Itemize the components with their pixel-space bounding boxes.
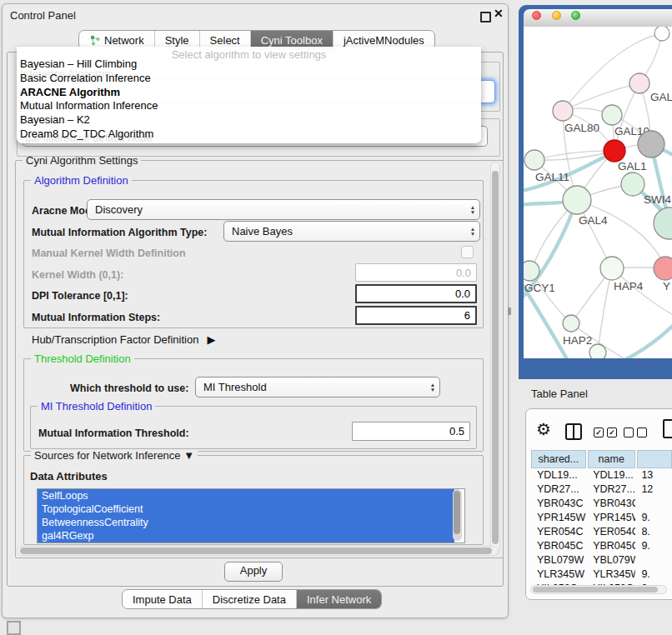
table-cell: 13 bbox=[635, 468, 672, 482]
data-attributes-list[interactable]: SelfLoopsTopologicalCoefficientBetweenne… bbox=[37, 488, 465, 543]
node-label: GAL11 bbox=[535, 171, 569, 183]
close-traffic-light-icon[interactable] bbox=[532, 11, 541, 20]
mi-steps-label: Mutual Information Steps: bbox=[32, 312, 160, 323]
node-label: GAL4 bbox=[579, 214, 608, 227]
hub-definition-toggle[interactable]: Hub/Transcription Factor Definition▶ bbox=[32, 333, 215, 346]
aracne-mode-value: Discovery bbox=[88, 203, 466, 216]
network-node-gal80[interactable] bbox=[553, 101, 573, 121]
table-row[interactable]: YDR27...YDR27...12 bbox=[531, 482, 672, 497]
mi-type-select[interactable]: Naive Bayes ▲▼ bbox=[223, 221, 480, 242]
table-row[interactable]: YPR145WYPR145W9. bbox=[531, 511, 672, 525]
dropdown-item-mutual-information-inference[interactable]: Mutual Information Inference bbox=[19, 99, 479, 113]
table-row[interactable]: YDL19...YDL19...13 bbox=[531, 468, 672, 482]
network-node-gal1[interactable] bbox=[604, 140, 625, 162]
attributes-vscrollbar[interactable] bbox=[453, 489, 462, 541]
zoom-traffic-light-icon[interactable] bbox=[571, 11, 580, 20]
table-cell: YBR043C bbox=[587, 497, 635, 511]
column-header-name[interactable]: name bbox=[588, 450, 635, 468]
network-node-hap4[interactable] bbox=[600, 257, 624, 280]
table-cell: YER054C bbox=[531, 525, 587, 539]
algorithm-dropdown-popup: Select algorithm to view settings Infere… bbox=[17, 47, 481, 143]
expand-arrow-icon[interactable]: ▶ bbox=[207, 333, 215, 346]
network-node-swi4[interactable] bbox=[621, 172, 644, 196]
table-cell: 9. bbox=[635, 568, 672, 582]
settings-vscroll-thumb[interactable] bbox=[492, 171, 499, 544]
dropdown-item-bayesian-k2[interactable]: Bayesian – K2 bbox=[19, 113, 479, 128]
dropdown-item-aracne-algorithm[interactable]: ARACNE Algorithm bbox=[19, 86, 479, 100]
attribute-item-selfloops[interactable]: SelfLoops bbox=[38, 489, 454, 502]
column-header-shared-[interactable]: shared... bbox=[531, 450, 586, 468]
table-row[interactable]: YBR043CYBR043C bbox=[531, 497, 672, 511]
tab-label: Select bbox=[210, 34, 240, 47]
stepper-icon: ▲▼ bbox=[466, 227, 479, 237]
minimize-traffic-light-icon[interactable] bbox=[552, 11, 561, 20]
network-node[interactable] bbox=[654, 208, 672, 239]
table-cell: YBR043C bbox=[531, 497, 587, 511]
float-window-icon[interactable] bbox=[480, 12, 491, 22]
table-row[interactable]: YLR345WYLR345W9. bbox=[531, 568, 672, 582]
tab-label: Network bbox=[104, 34, 144, 47]
mi-steps-field[interactable] bbox=[355, 306, 477, 325]
dropdown-item-bayesian-hill-climbing[interactable]: Bayesian – Hill Climbing bbox=[19, 58, 479, 72]
dropdown-item-basic-correlation-inference[interactable]: Basic Correlation Inference bbox=[19, 72, 479, 86]
network-node-gal11[interactable] bbox=[524, 150, 544, 170]
collapse-arrow-icon[interactable]: ▼ bbox=[183, 449, 194, 462]
network-node-hap2[interactable] bbox=[563, 315, 579, 332]
gear-icon[interactable]: ⚙ bbox=[536, 419, 551, 439]
network-graph[interactable]: GALGAL80GAL10GAL1GAL11SWI4GAL4GCY1HAP4YH… bbox=[524, 27, 672, 358]
threshold-definition-legend: Threshold Definition bbox=[31, 352, 134, 365]
network-node-gal10[interactable] bbox=[602, 105, 622, 125]
node-attribute-table[interactable]: shared...name YDL19...YDL19...13YDR27...… bbox=[531, 450, 672, 588]
network-window-titlebar[interactable] bbox=[524, 9, 672, 28]
aracne-mode-select[interactable]: Discovery ▲▼ bbox=[87, 199, 480, 220]
attribute-item-gal4rgexp[interactable]: gal4RGexp bbox=[38, 529, 454, 542]
columns-icon[interactable] bbox=[565, 423, 582, 440]
network-node-gal4[interactable] bbox=[563, 186, 591, 214]
table-cell: YDR27... bbox=[531, 482, 587, 497]
settings-horizontal-scrollbar[interactable] bbox=[17, 546, 499, 556]
network-node[interactable] bbox=[638, 131, 664, 158]
network-node[interactable] bbox=[589, 344, 606, 358]
algorithm-definition-legend: Algorithm Definition bbox=[31, 174, 132, 187]
table-row[interactable]: YER054CYER054C8. bbox=[531, 525, 672, 539]
table-row[interactable]: YBL079WYBL079W bbox=[531, 553, 672, 568]
network-canvas[interactable]: GALGAL80GAL10GAL1GAL11SWI4GAL4GCY1HAP4YH… bbox=[524, 27, 672, 358]
bottom-tab-discretize-data[interactable]: Discretize Data bbox=[202, 590, 296, 608]
node-label: GAL1 bbox=[618, 160, 647, 172]
table-cell: YBR045C bbox=[587, 539, 635, 553]
table-horizontal-scrollbar[interactable] bbox=[530, 585, 667, 594]
dropdown-item-dream8-dc-tdc-algorithm[interactable]: Dream8 DC_TDC Algorithm bbox=[19, 128, 479, 142]
bottom-tab-impute-data[interactable]: Impute Data bbox=[123, 590, 202, 608]
table-hscroll-thumb[interactable] bbox=[533, 587, 658, 592]
settings-vertical-scrollbar[interactable] bbox=[490, 162, 500, 555]
network-node[interactable] bbox=[654, 27, 669, 41]
attribute-item-topologicalcoefficient[interactable]: TopologicalCoefficient bbox=[38, 502, 454, 516]
network-node-gal[interactable] bbox=[629, 73, 649, 93]
table-cell: 9. bbox=[635, 539, 672, 553]
bottom-tab-bar: Impute DataDiscretize DataInfer Network bbox=[122, 589, 382, 609]
settings-hscroll-thumb[interactable] bbox=[20, 548, 492, 554]
bottom-tab-infer-network[interactable]: Infer Network bbox=[296, 590, 381, 608]
deselect-all-checkboxes-icon[interactable] bbox=[624, 428, 647, 438]
select-all-checkboxes-icon[interactable]: ✓✓ bbox=[594, 428, 617, 438]
attributes-vscroll-thumb[interactable] bbox=[454, 491, 460, 534]
dpi-tolerance-field[interactable] bbox=[355, 284, 477, 303]
minimized-panel-icon[interactable] bbox=[7, 621, 21, 635]
mi-threshold-label: Mutual Information Threshold: bbox=[38, 428, 189, 439]
column-header-extra[interactable] bbox=[637, 450, 672, 468]
network-node-y[interactable] bbox=[654, 257, 672, 280]
node-label: Y bbox=[663, 280, 670, 292]
table-row[interactable]: YBR045CYBR045C9. bbox=[531, 539, 672, 553]
node-label: GAL bbox=[650, 91, 672, 103]
sources-legend: Sources for Network Inference ▼ bbox=[31, 449, 198, 462]
mi-threshold-legend: MI Threshold Definition bbox=[38, 400, 155, 412]
mi-threshold-field[interactable] bbox=[352, 422, 470, 441]
close-icon[interactable]: ✕ bbox=[494, 7, 504, 20]
attribute-item-betweennesscentrality[interactable]: BetweennessCentrality bbox=[38, 516, 454, 529]
panel-splitter-handle[interactable] bbox=[508, 308, 511, 315]
network-node-gcy1[interactable] bbox=[524, 261, 539, 281]
export-table-icon[interactable] bbox=[663, 419, 672, 438]
dpi-tolerance-label: DPI Tolerance [0,1]: bbox=[32, 290, 128, 302]
which-threshold-select[interactable]: MI Threshold ▲▼ bbox=[195, 377, 440, 398]
apply-button[interactable]: Apply bbox=[224, 562, 283, 582]
